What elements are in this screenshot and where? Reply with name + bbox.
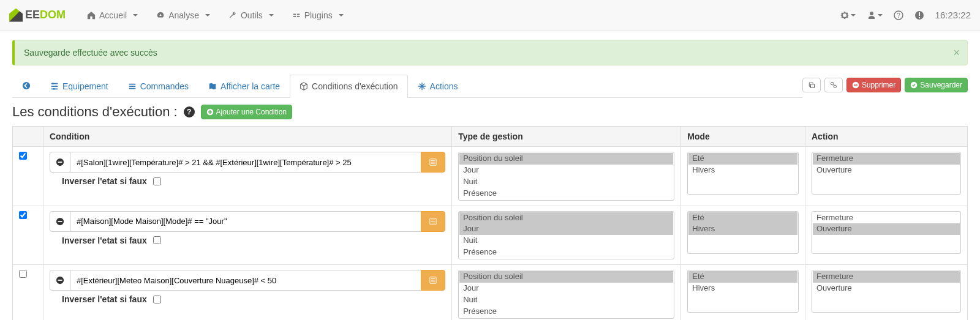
tab-equipment-label: Equipement <box>62 81 108 91</box>
mode-listbox-option[interactable]: Eté <box>688 212 797 224</box>
action-listbox-option[interactable]: Fermeture <box>813 212 960 224</box>
config-button[interactable] <box>824 78 843 92</box>
main-nav: Accueil Analyse Outils Plugins <box>78 4 353 26</box>
add-condition-label: Ajouter une Condition <box>216 108 287 116</box>
page-title: Les conditions d'exécution : <box>12 104 178 120</box>
tab-show-map[interactable]: Afficher la carte <box>198 75 290 98</box>
save-button[interactable]: Sauvegarder <box>905 78 968 92</box>
svg-point-9 <box>831 83 834 86</box>
action-listbox[interactable]: FermetureOuverture <box>812 211 961 254</box>
row-enable-checkbox[interactable] <box>19 152 27 160</box>
help-menu[interactable]: ? <box>894 10 903 20</box>
action-listbox-option[interactable]: Ouverture <box>813 223 960 235</box>
mode-listbox[interactable]: EtéHivers <box>687 152 799 195</box>
duplicate-button[interactable] <box>802 78 821 92</box>
table-row: Inverser l'etat si fauxPosition du solei… <box>13 147 968 206</box>
invert-label[interactable]: Inverser l'etat si faux <box>62 294 445 304</box>
condition-input[interactable] <box>70 152 421 173</box>
tab-back[interactable] <box>12 75 40 97</box>
list-alt-icon <box>429 276 437 285</box>
condition-picker-button[interactable] <box>421 270 445 291</box>
clock: 16:23:22 <box>935 10 971 20</box>
mode-listbox-option[interactable]: Hivers <box>688 165 797 176</box>
remove-condition-button[interactable] <box>50 152 70 173</box>
svg-point-8 <box>53 88 55 90</box>
alert-menu[interactable] <box>914 10 924 20</box>
invert-checkbox[interactable] <box>153 236 161 244</box>
invert-checkbox[interactable] <box>153 177 161 185</box>
gestion-listbox-option[interactable]: Présence <box>459 188 673 199</box>
invert-checkbox[interactable] <box>153 296 161 303</box>
copy-icon <box>808 81 815 89</box>
col-mode-header: Mode <box>681 127 805 147</box>
svg-rect-12 <box>854 84 858 86</box>
gestion-listbox-option[interactable]: Présence <box>459 306 673 318</box>
condition-input[interactable] <box>70 270 421 291</box>
alert-close-button[interactable]: × <box>953 47 960 59</box>
mode-listbox[interactable]: EtéHivers <box>687 211 799 254</box>
gestion-listbox[interactable]: Position du soleilJourNuitPrésence <box>458 270 674 319</box>
gestion-listbox-option[interactable]: Position du soleil <box>459 212 673 224</box>
logo-text: EEDOM <box>25 9 66 21</box>
action-listbox-option[interactable]: Fermeture <box>813 271 960 283</box>
tab-commands-label: Commandes <box>140 81 189 91</box>
help-icon[interactable]: ? <box>184 106 195 117</box>
gestion-listbox-option[interactable]: Nuit <box>459 294 673 306</box>
tab-actions[interactable]: Actions <box>408 75 468 98</box>
action-listbox-option[interactable]: Ouverture <box>813 283 960 294</box>
remove-condition-button[interactable] <box>50 270 70 291</box>
delete-button-label: Supprimer <box>862 81 895 89</box>
action-listbox[interactable]: FermetureOuverture <box>812 270 961 313</box>
invert-label-text: Inverser l'etat si faux <box>62 236 147 245</box>
alert-success: Sauvegarde effectuée avec succès × <box>12 40 968 65</box>
tab-conditions[interactable]: Conditions d'exécution <box>290 75 407 98</box>
user-icon <box>867 10 876 20</box>
mode-listbox-option[interactable]: Eté <box>688 271 797 283</box>
add-condition-button[interactable]: Ajouter une Condition <box>201 105 292 119</box>
gestion-listbox-option[interactable]: Nuit <box>459 235 673 247</box>
action-listbox-option[interactable]: Ouverture <box>813 165 960 176</box>
tab-show-map-label: Afficher la carte <box>221 81 280 91</box>
gestion-listbox-option[interactable]: Position du soleil <box>459 271 673 283</box>
mode-listbox-option[interactable]: Hivers <box>688 283 797 294</box>
condition-input[interactable] <box>70 211 421 232</box>
conditions-table: Condition Type de gestion Mode Action In… <box>12 126 968 320</box>
mode-listbox[interactable]: EtéHivers <box>687 270 799 313</box>
minus-icon <box>56 158 64 166</box>
gestion-listbox[interactable]: Position du soleilJourNuitPrésence <box>458 152 674 201</box>
nav-home[interactable]: Accueil <box>78 4 147 26</box>
user-menu[interactable] <box>867 10 883 20</box>
invert-label[interactable]: Inverser l'etat si faux <box>62 236 445 245</box>
table-row: Inverser l'etat si fauxPosition du solei… <box>13 206 968 265</box>
gestion-listbox[interactable]: Position du soleilJourNuitPrésence <box>458 211 674 260</box>
delete-button[interactable]: Supprimer <box>846 78 901 92</box>
mode-listbox-option[interactable]: Hivers <box>688 223 797 235</box>
mode-listbox-option[interactable]: Eté <box>688 153 797 165</box>
gestion-listbox-option[interactable]: Présence <box>459 247 673 258</box>
gestion-listbox-option[interactable]: Jour <box>459 223 673 235</box>
remove-condition-button[interactable] <box>50 211 70 232</box>
svg-rect-22 <box>58 280 62 281</box>
navbar-right: ? 16:23:22 <box>840 10 971 20</box>
nav-analyse[interactable]: Analyse <box>147 4 219 26</box>
gestion-listbox-option[interactable]: Jour <box>459 165 673 176</box>
action-listbox-option[interactable]: Fermeture <box>813 153 960 165</box>
gestion-listbox-option[interactable]: Position du soleil <box>459 153 673 165</box>
tab-equipment[interactable]: Equipement <box>40 75 118 98</box>
gestion-listbox-option[interactable]: Jour <box>459 283 673 294</box>
condition-picker-button[interactable] <box>421 152 445 173</box>
condition-picker-button[interactable] <box>421 211 445 232</box>
snowflake-icon <box>418 82 426 91</box>
col-gestion-header: Type de gestion <box>452 127 681 147</box>
tab-commands[interactable]: Commandes <box>118 75 198 98</box>
row-enable-checkbox[interactable] <box>19 211 27 219</box>
settings-menu[interactable] <box>840 10 856 20</box>
tab-conditions-label: Conditions d'exécution <box>312 81 398 91</box>
action-listbox[interactable]: FermetureOuverture <box>812 152 961 195</box>
invert-label[interactable]: Inverser l'etat si faux <box>62 176 445 186</box>
gestion-listbox-option[interactable]: Nuit <box>459 176 673 188</box>
row-enable-checkbox[interactable] <box>19 270 27 278</box>
nav-plugins[interactable]: Plugins <box>283 4 353 26</box>
nav-tools[interactable]: Outils <box>219 4 283 26</box>
brand[interactable]: EEDOM <box>9 9 66 22</box>
